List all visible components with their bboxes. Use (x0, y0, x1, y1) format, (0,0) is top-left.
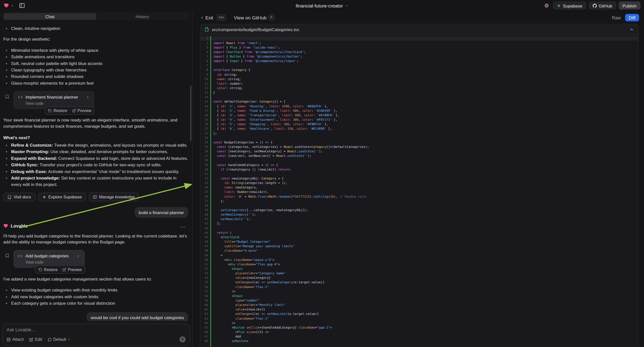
list-item: View existing budget categories with the… (3, 287, 188, 293)
code-line: 19 { id: '4', name: 'Entertainment', lim… (200, 118, 638, 122)
list-item: Glass-morphic elements for a premium fee… (3, 80, 188, 86)
file-path: src/components/budget/BudgetCategories.t… (212, 27, 299, 32)
code-view-switch: Raw Diff (612, 14, 639, 21)
supabase-button[interactable]: Supabase (553, 2, 586, 10)
code-line: 51 <div className="flex gap-4"> (200, 262, 638, 266)
line-number: 6 (200, 59, 208, 63)
diff-added-bar (210, 36, 211, 347)
sidebar-toggle-icon[interactable] (19, 2, 25, 9)
quick-action-row: Visit docsExplore SupabaseManage knowled… (3, 193, 188, 202)
chat-scroll-area[interactable]: Clean, intuitive navigationFor the desig… (0, 22, 192, 321)
code-line: 61 value={newLimit} (200, 307, 638, 312)
code-text: <ChartCard (213, 235, 239, 240)
bookmark-icon (5, 254, 10, 258)
code-text: value={newCategory} (213, 276, 270, 280)
restore-button[interactable]: Restore (36, 266, 60, 273)
code-line: 34 name: newCategory, (200, 185, 638, 190)
supabase-icon (557, 4, 561, 8)
list-item: Master Prompting: Use clear, detailed, a… (3, 148, 188, 155)
diff-view-button[interactable]: Diff (625, 14, 639, 21)
line-number: 63 (200, 316, 208, 320)
tab-history[interactable]: History (96, 13, 188, 20)
code-text: const handleAddCategory = () => { (213, 162, 278, 167)
exit-button[interactable]: Exit (200, 15, 213, 20)
line-number: 34 (200, 185, 208, 190)
chat-paragraph: Your sleek financial planner is now read… (3, 117, 188, 129)
visit-docs-button[interactable]: Visit docs (3, 193, 35, 202)
line-number: 2 (200, 40, 208, 45)
code-line: 54 value={newCategory} (200, 276, 638, 280)
line-number: 26 (200, 149, 208, 154)
code-line: 41 setNewLimit(''); (200, 217, 638, 221)
file-header[interactable]: src/components/budget/BudgetCategories.t… (200, 24, 638, 35)
line-number: 12 (200, 86, 208, 90)
line-number: 15 (200, 99, 208, 104)
code-line: 4import ChartCard from '@/components/ui/… (200, 50, 638, 54)
code-line: 62 onChange={(e) => setNewLimit(e.target… (200, 312, 638, 316)
card-hover-toolbar: RestorePreview (35, 265, 86, 274)
code-text: className="flex-1" (213, 284, 269, 289)
attach-button[interactable]: Attach (6, 337, 24, 342)
code-text: id: string; (213, 72, 237, 77)
chip-label: Manage knowledge (99, 195, 135, 199)
tool-card-wrap: Add budget categoriesView codeRestorePre… (14, 250, 85, 268)
code-line: 46 title="Budget Categories" (200, 240, 638, 244)
code-text: </Button> (213, 339, 248, 343)
explore-supabase-button[interactable]: Explore Supabase (38, 193, 86, 202)
code-text: subtitle="Manage your spending limits" (213, 244, 295, 248)
project-switcher[interactable]: financial-future-creator (296, 3, 348, 8)
code-line: 39 setCategories([...categories, newCate… (200, 208, 638, 212)
more-options-button[interactable]: ... (181, 224, 186, 228)
preview-button[interactable]: Preview (70, 108, 94, 114)
send-button[interactable] (180, 336, 186, 342)
publish-button[interactable]: Publish (619, 2, 640, 10)
list-item: Soft, neutral color palette with light b… (3, 60, 188, 66)
pencil-icon (29, 337, 33, 341)
code-text: import { Plus } from 'lucide-react'; (213, 45, 280, 50)
raw-view-button[interactable]: Raw (612, 15, 621, 20)
code-text: { id: '2', name: 'Food & Dining', limit:… (213, 108, 337, 113)
code-text: <div className="flex gap-4"> (213, 262, 280, 266)
code-viewer-header: Exit esc View on GitHub 6 Raw Diff (193, 11, 644, 24)
attach-image-icon (6, 337, 10, 341)
settings-gear-icon[interactable]: ⚙ (544, 3, 549, 8)
knowledge-icon (93, 195, 97, 199)
line-number: 39 (200, 208, 208, 212)
code-text: /> (213, 321, 235, 325)
workspace-menu[interactable] (4, 3, 14, 8)
list-item: Expand with Backend: Connect Supabase to… (3, 155, 188, 161)
preview-button[interactable]: Preview (60, 266, 84, 273)
code-line: 28 (200, 158, 638, 162)
chevron-down-icon (68, 338, 71, 341)
code-line: 48 className="h-auto" (200, 248, 638, 253)
collapse-file-icon[interactable] (629, 27, 634, 32)
view-on-github-link[interactable]: View on GitHub 6 (234, 14, 274, 20)
restore-button[interactable]: Restore (46, 108, 70, 114)
line-number: 9 (200, 72, 208, 77)
chat-scrollbar[interactable] (190, 86, 192, 141)
edit-button[interactable]: Edit (29, 337, 42, 342)
code-line: 1 (200, 36, 638, 40)
restore-label: Restore (44, 267, 58, 272)
code-editor[interactable]: 12import React from 'react';3import { Pl… (200, 35, 638, 347)
line-number: 19 (200, 118, 208, 122)
line-number: 57 (200, 289, 208, 294)
manage-knowledge-button[interactable]: Manage knowledge (89, 193, 139, 202)
code-text: limit: Number(newLimit), (213, 190, 269, 194)
code-line: 53 placeholder="Category name" (200, 271, 638, 276)
line-number: 48 (200, 248, 208, 253)
tab-chat[interactable]: Chat (4, 13, 96, 20)
chat-paragraph: I've added a new budget categories manag… (3, 276, 188, 282)
github-button[interactable]: GitHub (589, 2, 616, 10)
line-number: 61 (200, 307, 208, 312)
mode-select[interactable]: Default (48, 337, 71, 342)
composer[interactable]: Ask Lovable... Attach Edit (2, 324, 190, 346)
tool-card-title-row: Add budget categories (18, 254, 80, 258)
code-line: 35 limit: Number(newLimit), (200, 190, 638, 194)
line-number: 42 (200, 221, 208, 226)
code-line: 27 const [newLimit, setNewLimit] = React… (200, 154, 638, 158)
tool-card-wrap: Implement financial plannerView codeRest… (14, 91, 94, 109)
code-text: import ChartCard from '@/components/ui/C… (213, 50, 306, 54)
code-line: 9 id: string; (200, 72, 638, 77)
chat-input[interactable]: Ask Lovable... (6, 327, 186, 332)
